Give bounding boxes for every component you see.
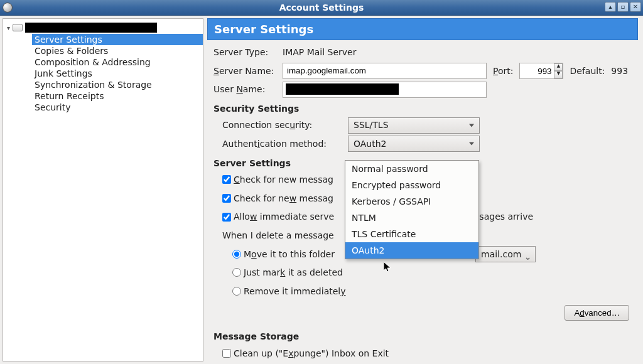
allow-immediate-label-pre: Allow immediate serve	[234, 208, 334, 225]
check-startup-checkbox-row[interactable]: Check for new messag	[222, 171, 333, 188]
allow-immediate-checkbox[interactable]	[222, 213, 231, 222]
expunge-label: Clean up ("Expunge") Inbox on Exit	[234, 345, 389, 362]
account-subtree: Server Settings Copies & Folders Composi…	[3, 34, 203, 113]
page-title: Server Settings	[207, 18, 638, 40]
window-titlebar: Account Settings ▴ ▫ ✕	[0, 0, 643, 16]
port-step-down[interactable]: ▼	[554, 71, 563, 78]
radio-mark-row[interactable]: Just mark it as deleted	[232, 264, 343, 281]
username-label: User Name:	[213, 81, 276, 98]
connection-security-select[interactable]: SSL/TLS	[348, 117, 480, 134]
check-startup-label: Check for new messag	[234, 171, 333, 188]
app-icon	[3, 3, 13, 13]
message-storage-title: Message Storage	[213, 328, 632, 345]
radio-mark-label: Just mark it as deleted	[244, 264, 343, 281]
username-input[interactable]	[283, 82, 487, 98]
trash-folder-value-tail: mail.com	[481, 246, 521, 263]
connection-security-value: SSL/TLS	[354, 117, 389, 134]
auth-method-label: Authentication method:	[222, 136, 342, 153]
auth-method-value: OAuth2	[354, 136, 387, 153]
mail-icon	[13, 24, 23, 31]
auth-method-select[interactable]: OAuth2	[348, 136, 480, 152]
tree-twisty-icon[interactable]: ▾	[7, 24, 10, 31]
minimize-button[interactable]: ▴	[605, 2, 616, 12]
window-controls: ▴ ▫ ✕	[605, 2, 641, 12]
check-interval-label: Check for new messag	[234, 190, 333, 207]
radio-remove-row[interactable]: Remove it immediately	[232, 283, 346, 300]
auth-option-ntlm[interactable]: NTLM	[345, 210, 478, 226]
allow-immediate-checkbox-row[interactable]: Allow immediate serve	[222, 208, 334, 225]
sidebar-item-junk[interactable]: Junk Settings	[32, 68, 203, 79]
auth-option-normal-password[interactable]: Normal password	[345, 161, 478, 177]
maximize-button[interactable]: ▫	[617, 2, 629, 12]
default-port-value: 993	[611, 63, 628, 80]
radio-remove-label: Remove it immediately	[244, 283, 346, 300]
auth-option-oauth2[interactable]: OAuth2	[345, 242, 478, 259]
sidebar-item-server-settings[interactable]: Server Settings	[32, 34, 203, 45]
sidebar-item-copies-folders[interactable]: Copies & Folders	[32, 45, 203, 56]
server-name-input[interactable]	[283, 63, 487, 79]
content-split: ▾ Server Settings Copies & Folders Compo…	[0, 16, 643, 364]
allow-immediate-label-post: ssages arrive	[475, 208, 533, 225]
connection-security-label: Connection security:	[222, 117, 342, 134]
sidebar-item-composition[interactable]: Composition & Addressing	[32, 56, 203, 68]
account-tree[interactable]: ▾ Server Settings Copies & Folders Compo…	[3, 18, 203, 361]
auth-option-kerberos[interactable]: Kerberos / GSSAPI	[345, 193, 478, 210]
server-type-label: Server Type:	[213, 44, 276, 61]
sidebar-item-return-receipts[interactable]: Return Receipts	[32, 90, 203, 102]
check-interval-checkbox[interactable]	[222, 194, 231, 203]
radio-move[interactable]	[232, 250, 241, 259]
default-port-label: Default:	[570, 63, 605, 80]
sidebar-item-sync-storage[interactable]: Synchronization & Storage	[32, 79, 203, 90]
auth-option-encrypted-password[interactable]: Encrypted password	[345, 177, 478, 193]
port-label: Port:	[493, 63, 513, 80]
check-startup-checkbox[interactable]	[222, 175, 231, 184]
sidebar-item-security[interactable]: Security	[32, 102, 203, 113]
radio-move-label: Move it to this folder	[244, 246, 335, 263]
account-email-redacted	[25, 23, 157, 33]
window-title: Account Settings	[279, 3, 364, 13]
trash-folder-select[interactable]: mail.com	[475, 246, 536, 262]
port-step-up[interactable]: ▲	[554, 63, 563, 71]
advanced-button[interactable]: Advanced…	[565, 305, 629, 321]
main-panel: Server Settings Server Type: IMAP Mail S…	[206, 16, 643, 364]
delete-message-label: When I delete a message	[222, 227, 334, 244]
radio-mark[interactable]	[232, 268, 241, 277]
expunge-row[interactable]: Clean up ("Expunge") Inbox on Exit	[222, 345, 389, 362]
security-settings-title: Security Settings	[213, 100, 632, 117]
close-button[interactable]: ✕	[630, 2, 641, 12]
check-interval-checkbox-row[interactable]: Check for new messag	[222, 190, 333, 207]
radio-remove[interactable]	[232, 287, 241, 296]
auth-option-tls-certificate[interactable]: TLS Certificate	[345, 226, 478, 242]
expunge-checkbox[interactable]	[222, 349, 231, 358]
server-type-value: IMAP Mail Server	[283, 44, 356, 61]
auth-method-dropdown[interactable]: Normal password Encrypted password Kerbe…	[345, 160, 479, 259]
account-root[interactable]: ▾	[3, 21, 203, 34]
radio-move-row[interactable]: Move it to this folder	[232, 246, 335, 263]
server-name-label: Server Name:	[213, 63, 276, 80]
